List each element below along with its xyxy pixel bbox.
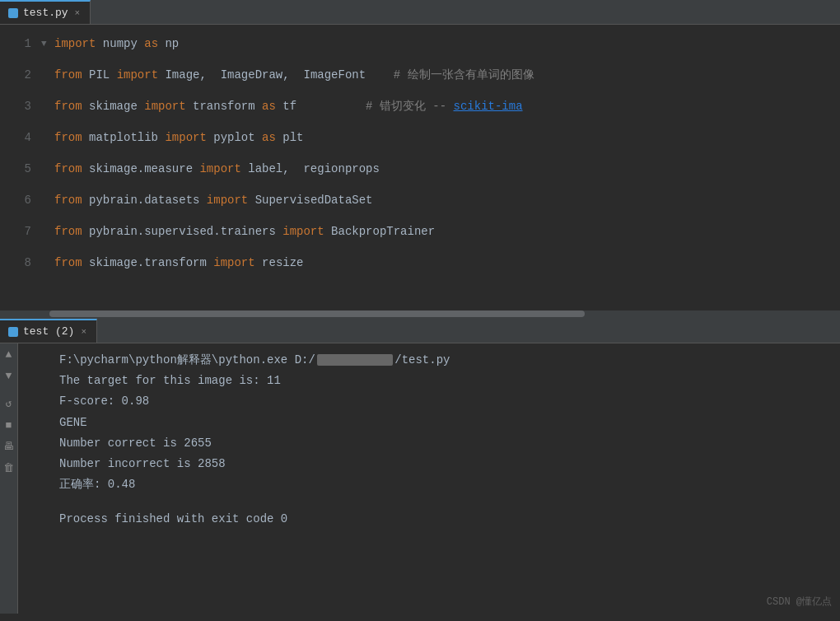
line-code-2: from PIL import Image, ImageDraw, ImageF… [54, 59, 840, 91]
line-number-1: 1 [0, 28, 41, 59]
code-line-7: 7 from pybrain.supervised.trainers impor… [0, 216, 840, 247]
rerun-icon[interactable]: ↺ [2, 396, 16, 411]
code-line-8: 8 from skimage.transform import resize [0, 247, 840, 278]
console-run-icon [8, 327, 18, 337]
editor-scrollbar-thumb[interactable] [49, 310, 585, 317]
console-tab-close[interactable]: × [79, 326, 88, 338]
console-tab-test2[interactable]: test (2) × [0, 319, 97, 343]
console-line-finish: Process finished with exit code 0 [59, 509, 830, 530]
editor-tab-test-py[interactable]: test.py × [0, 0, 91, 24]
editor-section: test.py × 1 ▼ import numpy as np 2 from … [0, 0, 840, 317]
code-line-3: 3 from skimage import transform as tf # … [0, 91, 840, 122]
python-file-icon [8, 8, 18, 18]
code-content: 1 ▼ import numpy as np 2 from PIL import… [0, 25, 840, 282]
console-output: F:\pycharm\python解释器\python.exe D:/ /tes… [18, 343, 840, 614]
scroll-up-icon[interactable]: ▲ [2, 347, 16, 362]
code-line-6: 6 from pybrain.datasets import Supervise… [0, 184, 840, 216]
console-wrapper: ▲ ▼ ↺ ■ 🖶 🗑 F:\pycharm\python解释器\python.… [0, 343, 840, 614]
stop-icon[interactable]: ■ [2, 418, 16, 432]
line-number-2: 2 [0, 59, 41, 91]
line-code-8: from skimage.transform import resize [54, 247, 840, 278]
line-number-4: 4 [0, 122, 41, 153]
editor-tab-bar: test.py × [0, 0, 840, 25]
line-number-8: 8 [0, 247, 41, 278]
console-line-accuracy: 正确率: 0.48 [59, 474, 830, 495]
watermark: CSDN @懂亿点 [767, 595, 832, 609]
console-line-fscore: F-score: 0.98 [59, 391, 830, 412]
console-line-correct: Number correct is 2655 [59, 433, 830, 454]
console-line-path: F:\pycharm\python解释器\python.exe D:/ /tes… [59, 350, 830, 371]
editor-tab-close[interactable]: × [73, 7, 82, 19]
console-line-gene: GENE [59, 413, 830, 433]
line-code-4: from matplotlib import pyplot as plt [54, 122, 840, 153]
line-number-3: 3 [0, 91, 41, 122]
console-line-blank [59, 495, 830, 509]
line-code-6: from pybrain.datasets import SupervisedD… [54, 184, 840, 216]
line-code-5: from skimage.measure import label, regio… [54, 153, 840, 184]
line-code-1: import numpy as np [54, 28, 840, 59]
editor-area: 1 ▼ import numpy as np 2 from PIL import… [0, 25, 840, 317]
code-line-5: 5 from skimage.measure import label, reg… [0, 153, 840, 184]
console-tab-bar: test (2) × [0, 319, 840, 343]
console-tab-label: test (2) [23, 325, 74, 338]
scroll-down-icon[interactable]: ▼ [2, 368, 16, 383]
console-line-incorrect: Number incorrect is 2858 [59, 454, 830, 474]
editor-tab-label: test.py [23, 7, 68, 19]
line-number-6: 6 [0, 184, 41, 216]
line-number-7: 7 [0, 216, 41, 247]
code-line-4: 4 from matplotlib import pyplot as plt [0, 122, 840, 153]
delete-icon[interactable]: 🗑 [2, 460, 16, 475]
blurred-path [317, 354, 393, 366]
code-line-2: 2 from PIL import Image, ImageDraw, Imag… [0, 59, 840, 91]
console-sidebar-icons: ▲ ▼ ↺ ■ 🖶 🗑 [0, 343, 18, 614]
line-code-7: from pybrain.supervised.trainers import … [54, 216, 840, 247]
console-line-target: The target for this image is: 11 [59, 371, 830, 391]
line-number-5: 5 [0, 153, 41, 184]
line-fold-1[interactable]: ▼ [41, 28, 54, 59]
code-line-1: 1 ▼ import numpy as np [0, 28, 840, 59]
editor-scrollbar[interactable] [0, 310, 840, 317]
print-icon[interactable]: 🖶 [2, 439, 16, 454]
console-section: test (2) × ▲ ▼ ↺ ■ 🖶 🗑 F:\pycharm\python… [0, 317, 840, 614]
line-code-3: from skimage import transform as tf # 错切… [54, 91, 840, 122]
